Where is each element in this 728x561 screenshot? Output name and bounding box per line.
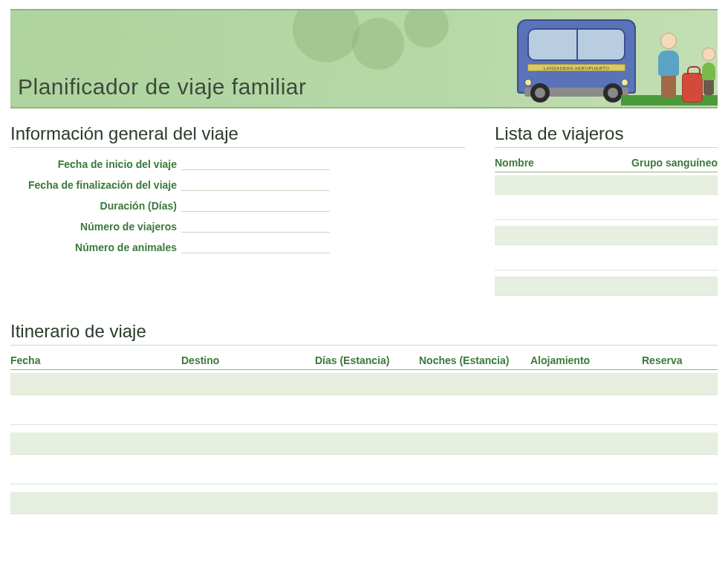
traveler-row[interactable]: [495, 251, 718, 270]
travelers-section: Lista de viajeros Nombre Grupo sanguíneo: [495, 123, 718, 302]
bus-headlight: [524, 79, 532, 86]
itinerary-table-header: Fecha Destino Días (Estancia) Noches (Es…: [10, 354, 718, 370]
col-header-lodging: Alojamiento: [530, 354, 642, 366]
traveler-row[interactable]: [495, 226, 718, 245]
child-legs: [703, 80, 714, 95]
section-title-general: Información general del viaje: [10, 123, 465, 148]
section-title-travelers: Lista de viajeros: [495, 123, 718, 148]
general-info-section: Información general del viaje Fecha de i…: [10, 123, 465, 302]
child-illustration: [700, 48, 718, 100]
bus-window: [527, 28, 625, 61]
input-start-date[interactable]: [181, 157, 330, 170]
decorative-circle: [352, 18, 404, 70]
bus-wheel: [530, 83, 550, 103]
field-duration: Duración (Días): [10, 198, 465, 212]
field-start-date: Fecha de inicio del viaje: [10, 157, 465, 170]
col-header-name: Nombre: [495, 157, 621, 169]
field-animals: Número de animales: [10, 240, 465, 253]
child-head: [702, 48, 715, 61]
input-animals[interactable]: [181, 240, 330, 253]
banner: LANZADERA AEROPUERTO Planificador de via…: [10, 9, 718, 108]
itinerary-row[interactable]: [10, 373, 718, 395]
travelers-table-header: Nombre Grupo sanguíneo: [495, 157, 718, 172]
label-start-date: Fecha de inicio del viaje: [10, 158, 181, 170]
input-end-date[interactable]: [181, 178, 330, 191]
col-header-date: Fecha: [10, 354, 181, 366]
input-duration[interactable]: [181, 198, 330, 212]
field-end-date: Fecha de finalización del viaje: [10, 178, 465, 191]
col-header-days: Días (Estancia): [315, 354, 419, 366]
label-travelers: Número de viajeros: [10, 221, 181, 233]
person-torso: [658, 51, 679, 76]
person-head: [660, 33, 677, 49]
itinerary-section: Itinerario de viaje Fecha Destino Días (…: [10, 321, 718, 514]
itinerary-row[interactable]: [10, 403, 718, 425]
label-animals: Número de animales: [10, 241, 181, 253]
input-travelers[interactable]: [181, 219, 330, 233]
document-page: LANZADERA AEROPUERTO Planificador de via…: [0, 0, 728, 531]
itinerary-row[interactable]: [10, 462, 718, 484]
traveler-row[interactable]: [495, 276, 718, 296]
bus-sign: LANZADERA AEROPUERTO: [527, 64, 625, 71]
label-end-date: Fecha de finalización del viaje: [10, 179, 181, 191]
bus-headlight: [621, 79, 628, 86]
itinerary-row[interactable]: [10, 432, 718, 455]
traveler-row[interactable]: [495, 201, 718, 220]
main-columns: Información general del viaje Fecha de i…: [10, 123, 718, 302]
decorative-circle: [293, 9, 360, 62]
bus-illustration: LANZADERA AEROPUERTO: [517, 19, 636, 101]
col-header-blood: Grupo sanguíneo: [628, 157, 718, 169]
col-header-booking: Reserva: [642, 354, 718, 366]
child-torso: [702, 62, 715, 80]
decorative-circle: [404, 9, 449, 48]
label-duration: Duración (Días): [10, 200, 181, 212]
traveler-row[interactable]: [495, 175, 718, 195]
person-illustration: [654, 33, 683, 107]
col-header-destination: Destino: [181, 354, 315, 366]
page-title: Planificador de viaje familiar: [18, 74, 307, 100]
section-title-itinerary: Itinerario de viaje: [10, 321, 718, 346]
col-header-nights: Noches (Estancia): [419, 354, 530, 366]
field-travelers: Número de viajeros: [10, 219, 465, 233]
itinerary-row[interactable]: [10, 492, 718, 514]
person-legs: [661, 76, 676, 98]
bus-wheel: [603, 83, 623, 103]
